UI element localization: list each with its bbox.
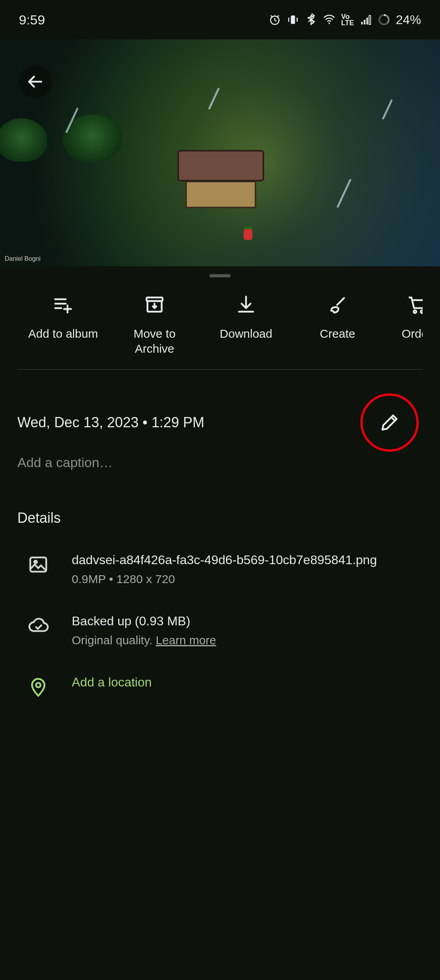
action-label: Move to Archive xyxy=(134,326,176,356)
file-name: dadvsei-a84f426a-fa3c-49d6-b569-10cb7e89… xyxy=(72,552,423,569)
svg-rect-6 xyxy=(369,15,371,24)
signal-icon xyxy=(360,13,372,26)
status-time: 9:59 xyxy=(19,12,45,28)
artist-credit: Daniel Bogni xyxy=(5,255,41,262)
backup-status: Backed up (0.93 MB) xyxy=(72,613,423,630)
photo-preview[interactable]: Daniel Bogni xyxy=(0,39,440,266)
alarm-icon xyxy=(268,13,281,26)
backup-quality: Original quality. Learn more xyxy=(72,634,423,647)
file-meta: 0.9MP • 1280 x 720 xyxy=(72,572,423,586)
playlist-add-icon xyxy=(52,294,74,315)
image-icon xyxy=(28,554,49,575)
add-location-row[interactable]: Add a location xyxy=(0,656,440,709)
svg-point-13 xyxy=(34,561,37,563)
svg-rect-5 xyxy=(366,18,368,24)
svg-rect-3 xyxy=(361,22,363,24)
move-to-archive-action[interactable]: Move to Archive xyxy=(109,294,200,356)
download-icon xyxy=(235,294,257,315)
action-row: Add to album Move to Archive Download Cr… xyxy=(17,284,423,370)
create-action[interactable]: Create xyxy=(292,294,383,356)
add-location-label: Add a location xyxy=(72,674,423,691)
arrow-left-icon xyxy=(27,73,44,90)
detail-backup: Backed up (0.93 MB) Original quality. Le… xyxy=(0,595,440,656)
action-label: Order xyxy=(402,326,423,341)
svg-point-14 xyxy=(36,683,40,687)
cloud-check-icon xyxy=(28,615,49,636)
action-label: Download xyxy=(220,326,272,341)
detail-file: dadvsei-a84f426a-fa3c-49d6-b569-10cb7e89… xyxy=(0,534,440,595)
caption-input[interactable]: Add a caption… xyxy=(0,452,440,470)
status-icons: Vo LTE 24% xyxy=(268,13,421,27)
svg-rect-4 xyxy=(364,20,365,24)
info-sheet: Add to album Move to Archive Download Cr… xyxy=(0,274,440,709)
archive-icon xyxy=(144,294,165,315)
svg-point-2 xyxy=(328,22,330,24)
svg-point-11 xyxy=(421,310,423,313)
wifi-icon xyxy=(323,13,336,26)
meta-row: Wed, Dec 13, 2023 • 1:29 PM xyxy=(0,370,440,452)
action-label: Add to album xyxy=(28,326,98,341)
pencil-icon xyxy=(379,412,400,433)
drag-handle[interactable] xyxy=(209,274,231,277)
photo-datetime: Wed, Dec 13, 2023 • 1:29 PM xyxy=(17,414,204,431)
svg-point-10 xyxy=(414,310,416,313)
action-label: Create xyxy=(320,326,355,341)
cart-icon xyxy=(406,294,423,315)
caption-placeholder: Add a caption… xyxy=(17,455,113,470)
svg-rect-1 xyxy=(291,15,295,24)
bluetooth-icon xyxy=(305,13,317,26)
battery-percent: 24% xyxy=(396,13,421,27)
edit-datetime-button[interactable] xyxy=(360,393,419,452)
order-action[interactable]: Order xyxy=(383,294,423,356)
status-bar: 9:59 Vo LTE 24% xyxy=(0,0,440,39)
battery-ring-icon xyxy=(378,13,390,26)
brush-icon xyxy=(327,294,348,315)
back-button[interactable] xyxy=(19,65,52,98)
vibrate-icon xyxy=(287,13,299,26)
location-pin-icon xyxy=(28,676,49,698)
download-action[interactable]: Download xyxy=(200,294,292,356)
volte-indicator: Vo LTE xyxy=(341,13,354,26)
details-heading: Details xyxy=(0,470,440,534)
add-to-album-action[interactable]: Add to album xyxy=(17,294,109,356)
learn-more-link[interactable]: Learn more xyxy=(156,634,216,647)
